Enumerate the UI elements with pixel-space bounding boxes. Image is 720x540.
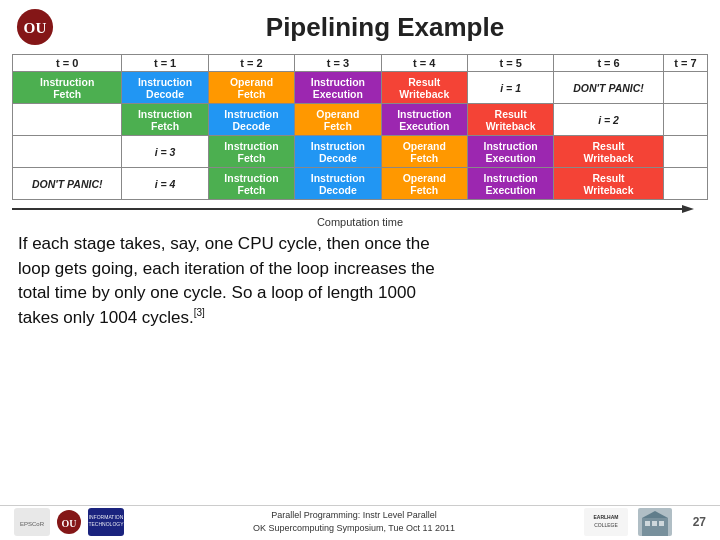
table-row-0-cell-7	[663, 72, 707, 104]
svg-rect-17	[652, 521, 657, 526]
time-header-3: t = 3	[295, 55, 381, 72]
table-row-0-cell-6: DON'T PANIC!	[554, 72, 663, 104]
main-text-line1: If each stage takes, say, one CPU cycle,…	[18, 234, 430, 253]
time-header-7: t = 7	[663, 55, 707, 72]
pipeline-table: t = 0 t = 1 t = 2 t = 3 t = 4 t = 5 t = …	[12, 54, 708, 200]
table-row-2-cell-6: ResultWriteback	[554, 136, 663, 168]
table-row-3-cell-3: InstructionDecode	[295, 168, 381, 200]
table-row-3-cell-0: DON'T PANIC!	[13, 168, 122, 200]
main-text-line2: loop gets going, each iteration of the l…	[18, 259, 435, 278]
footer-text-line2: OK Supercomputing Symposium, Tue Oct 11 …	[253, 523, 455, 533]
time-header-2: t = 2	[208, 55, 294, 72]
earlham-logo: EARLHAM COLLEGE	[584, 508, 628, 536]
table-row-2-cell-5: InstructionExecution	[467, 136, 553, 168]
time-header-6: t = 6	[554, 55, 663, 72]
superscript: [3]	[194, 307, 205, 318]
it-logo: INFORMATION TECHNOLOGY	[88, 508, 124, 536]
footer-text-line1: Parallel Programming: Instr Level Parall…	[271, 510, 437, 520]
svg-rect-16	[645, 521, 650, 526]
main-content: If each stage takes, say, one CPU cycle,…	[0, 228, 720, 505]
table-row-3-cell-7	[663, 168, 707, 200]
svg-text:OU: OU	[24, 19, 47, 36]
table-row-2-cell-1: i = 3	[122, 136, 208, 168]
table-row-0-cell-5: i = 1	[467, 72, 553, 104]
computation-time-label: Computation time	[0, 216, 720, 228]
svg-text:OU: OU	[62, 518, 77, 529]
time-header-1: t = 1	[122, 55, 208, 72]
table-row-2-cell-2: InstructionFetch	[208, 136, 294, 168]
svg-text:EPSCoR: EPSCoR	[20, 521, 45, 527]
svg-text:TECHNOLOGY: TECHNOLOGY	[88, 521, 124, 527]
table-row-3-cell-1: i = 4	[122, 168, 208, 200]
footer-text: Parallel Programming: Instr Level Parall…	[134, 509, 574, 534]
page-number: 27	[682, 515, 706, 529]
table-row-2-cell-0	[13, 136, 122, 168]
time-header-4: t = 4	[381, 55, 467, 72]
svg-rect-18	[659, 521, 664, 526]
table-row-1-cell-1: InstructionFetch	[122, 104, 208, 136]
table-row-2-cell-4: OperandFetch	[381, 136, 467, 168]
table-row-0-cell-2: OperandFetch	[208, 72, 294, 104]
slide-title: Pipelining Example	[66, 12, 704, 43]
footer: EPSCoR OU INFORMATION TECHNOLOGY Paralle…	[0, 505, 720, 540]
table-row-2-cell-3: InstructionDecode	[295, 136, 381, 168]
pipeline-table-area: t = 0 t = 1 t = 2 t = 3 t = 4 t = 5 t = …	[0, 50, 720, 200]
svg-rect-15	[642, 518, 668, 536]
table-row-0-cell-3: InstructionExecution	[295, 72, 381, 104]
ou-logo: OU	[16, 8, 54, 46]
table-row-3-cell-5: InstructionExecution	[467, 168, 553, 200]
svg-text:INFORMATION: INFORMATION	[89, 514, 124, 520]
table-row-3-cell-6: ResultWriteback	[554, 168, 663, 200]
table-row-1-cell-5: ResultWriteback	[467, 104, 553, 136]
main-text: If each stage takes, say, one CPU cycle,…	[18, 232, 702, 331]
building-image	[638, 508, 672, 536]
table-row-0-cell-1: InstructionDecode	[122, 72, 208, 104]
table-row-0-cell-4: ResultWriteback	[381, 72, 467, 104]
main-text-line3: total time by only one cycle. So a loop …	[18, 283, 416, 302]
table-row-2-cell-7	[663, 136, 707, 168]
epscor-logo: EPSCoR	[14, 508, 50, 536]
footer-logos: EPSCoR OU INFORMATION TECHNOLOGY	[14, 508, 124, 536]
svg-marker-3	[682, 205, 694, 213]
time-header-0: t = 0	[13, 55, 122, 72]
table-row-3-cell-4: OperandFetch	[381, 168, 467, 200]
svg-text:EARLHAM: EARLHAM	[594, 514, 619, 520]
svg-text:COLLEGE: COLLEGE	[594, 522, 618, 528]
ou-small-logo: OU	[56, 509, 82, 535]
table-row-1-cell-7	[663, 104, 707, 136]
time-header-5: t = 5	[467, 55, 553, 72]
table-row-1-cell-6: i = 2	[554, 104, 663, 136]
table-row-3-cell-2: InstructionFetch	[208, 168, 294, 200]
main-text-line4: takes only 1004 cycles.	[18, 308, 194, 327]
table-row-1-cell-0	[13, 104, 122, 136]
table-row-1-cell-3: OperandFetch	[295, 104, 381, 136]
table-row-1-cell-2: InstructionDecode	[208, 104, 294, 136]
table-row-0-cell-0: InstructionFetch	[13, 72, 122, 104]
table-row-1-cell-4: InstructionExecution	[381, 104, 467, 136]
